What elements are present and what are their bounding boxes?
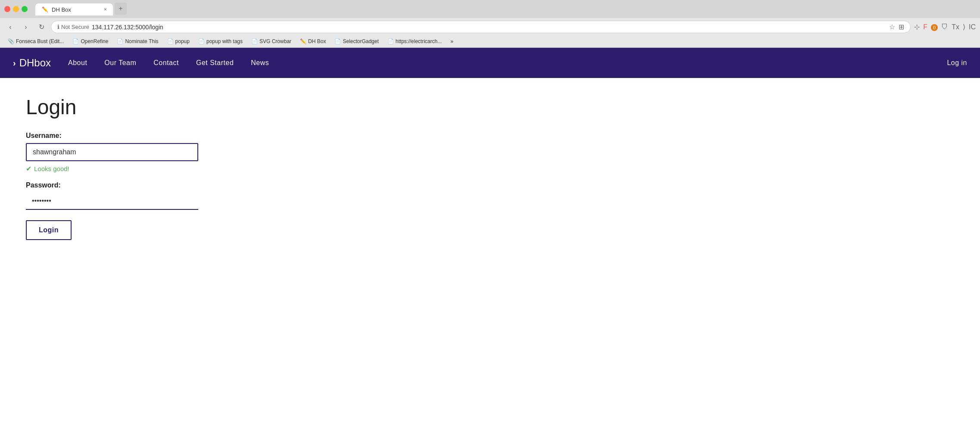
password-group: Password: xyxy=(26,181,276,210)
browser-chrome: ✏️ DH Box × + ‹ › ↻ ℹ Not Secure 134.117… xyxy=(0,0,980,48)
nav-contact[interactable]: Contact xyxy=(153,59,179,67)
bookmark-nominate[interactable]: 📄 Nominate This xyxy=(113,37,162,45)
username-validation: ✔ Looks good! xyxy=(26,165,276,173)
nav-login[interactable]: Log in xyxy=(947,59,967,67)
bookmark-popup-tags-label: popup with tags xyxy=(206,38,243,44)
ext-flashlight[interactable]: F xyxy=(923,23,927,31)
validation-text: Looks good! xyxy=(34,165,69,172)
bookmark-popup-icon: 📄 xyxy=(167,38,174,44)
tab-favicon: ✏️ xyxy=(41,6,48,13)
bookmark-fonseca-icon: 📎 xyxy=(8,38,14,44)
ext-ic[interactable]: IC xyxy=(969,23,976,31)
ext-arrow[interactable]: ⟩ xyxy=(963,23,965,31)
not-secure-icon: ℹ xyxy=(57,24,59,30)
bookmark-svg-crowbar-icon: 📄 xyxy=(251,38,258,44)
nav-about[interactable]: About xyxy=(68,59,87,67)
check-icon: ✔ xyxy=(26,165,31,173)
bookmark-selectorgadget-label: SelectorGadget xyxy=(343,38,378,44)
logo-arrow-icon: › xyxy=(13,58,16,68)
title-bar: ✏️ DH Box × + xyxy=(0,0,980,18)
nav-get-started[interactable]: Get Started xyxy=(196,59,234,67)
bookmark-nominate-label: Nominate This xyxy=(125,38,158,44)
bookmark-openrefine-icon: 📄 xyxy=(72,38,79,44)
bookmark-electricarch-label: https://electricarch... xyxy=(396,38,442,44)
login-button[interactable]: Login xyxy=(26,220,72,240)
bookmark-popup-label: popup xyxy=(175,38,190,44)
bookmark-svg-crowbar[interactable]: 📄 SVG Crowbar xyxy=(248,37,295,45)
new-tab-button[interactable]: + xyxy=(115,3,127,15)
bookmark-dhbox-label: DH Box xyxy=(308,38,326,44)
ext-badge-icon[interactable]: 0 xyxy=(931,23,938,31)
ext-tx[interactable]: Tx xyxy=(952,23,959,31)
website: › DHbox About Our Team Contact Get Start… xyxy=(0,48,980,257)
bookmark-selectorgadget[interactable]: 📄 SelectorGadget xyxy=(331,37,382,45)
nav-links: About Our Team Contact Get Started News xyxy=(68,59,947,67)
bookmark-nominate-icon: 📄 xyxy=(117,38,123,44)
tab-title: DH Box xyxy=(52,6,71,13)
bookmark-icon[interactable]: ⊹ xyxy=(914,23,920,31)
close-button[interactable] xyxy=(4,6,10,12)
bookmark-selectorgadget-icon: 📄 xyxy=(334,38,341,44)
not-secure-label: Not Secure xyxy=(61,24,89,30)
password-input[interactable] xyxy=(26,193,198,210)
not-secure-indicator: ℹ Not Secure xyxy=(57,24,89,30)
bookmark-popup-tags-icon: 📄 xyxy=(198,38,205,44)
address-bar-row: ‹ › ↻ ℹ Not Secure 134.117.26.132:5000/l… xyxy=(0,18,980,36)
bookmark-openrefine[interactable]: 📄 OpenRefine xyxy=(69,37,112,45)
page-title: Login xyxy=(26,95,276,119)
username-group: Username: ✔ Looks good! xyxy=(26,132,276,173)
tab-close-icon[interactable]: × xyxy=(104,6,107,12)
nav-news[interactable]: News xyxy=(251,59,269,67)
bookmark-fonseca-label: Fonseca Bust (Edit... xyxy=(16,38,64,44)
logo-dh: DH xyxy=(19,57,34,69)
active-tab[interactable]: ✏️ DH Box × xyxy=(35,3,113,16)
forward-button[interactable]: › xyxy=(20,21,32,33)
password-label: Password: xyxy=(26,181,276,189)
logo-text: DHbox xyxy=(19,57,51,69)
back-button[interactable]: ‹ xyxy=(4,21,16,33)
nav-our-team[interactable]: Our Team xyxy=(104,59,136,67)
bookmark-popup[interactable]: 📄 popup xyxy=(164,37,193,45)
reader-icon[interactable]: ⊞ xyxy=(899,23,904,31)
username-input[interactable] xyxy=(26,143,198,161)
bookmark-electricarch[interactable]: 📄 https://electricarch... xyxy=(384,37,445,45)
bookmark-popup-tags[interactable]: 📄 popup with tags xyxy=(195,37,246,45)
username-label: Username: xyxy=(26,132,276,140)
address-bar[interactable]: ℹ Not Secure 134.117.26.132:5000/login ☆… xyxy=(51,21,911,33)
address-bar-icons: ☆ ⊞ xyxy=(889,23,904,31)
logo-box: box xyxy=(34,57,51,69)
bookmark-dhbox[interactable]: ✏️ DH Box xyxy=(296,37,329,45)
bookmark-svg-crowbar-label: SVG Crowbar xyxy=(259,38,291,44)
bookmark-electricarch-icon: 📄 xyxy=(387,38,394,44)
minimize-button[interactable] xyxy=(13,6,19,12)
bookmark-dhbox-icon: ✏️ xyxy=(300,38,306,44)
ext-shield[interactable]: ⛉ xyxy=(941,23,948,31)
bookmarks-more[interactable]: » xyxy=(447,37,457,45)
bookmark-openrefine-label: OpenRefine xyxy=(81,38,108,44)
bookmarks-bar: 📎 Fonseca Bust (Edit... 📄 OpenRefine 📄 N… xyxy=(0,36,980,47)
traffic-lights xyxy=(4,6,28,12)
page-content: Login Username: ✔ Looks good! Password: … xyxy=(0,78,302,257)
maximize-button[interactable] xyxy=(22,6,28,12)
logo-area[interactable]: › DHbox xyxy=(13,57,51,69)
bookmarks-more-icon: » xyxy=(450,38,453,44)
tab-bar: ✏️ DH Box × + xyxy=(35,3,976,16)
url-display[interactable]: 134.117.26.132:5000/login xyxy=(92,24,163,31)
bookmark-fonseca[interactable]: 📎 Fonseca Bust (Edit... xyxy=(4,37,67,45)
reload-button[interactable]: ↻ xyxy=(35,21,47,33)
site-nav: › DHbox About Our Team Contact Get Start… xyxy=(0,48,980,78)
star-icon[interactable]: ☆ xyxy=(889,23,895,31)
